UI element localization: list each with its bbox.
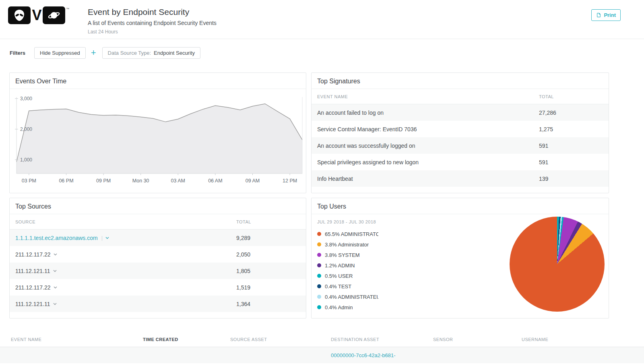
column-header-total[interactable]: TOTAL	[236, 219, 300, 224]
source-cell: 211.12.117.22	[15, 251, 236, 258]
signature-name: Special privileges assigned to new logon	[317, 159, 539, 165]
table-row: 211.12.117.221,519	[10, 279, 306, 296]
legend-color-dot	[317, 274, 321, 278]
source-cell: 111.12.121.11	[15, 268, 236, 274]
source-label: 211.12.117.22	[15, 251, 50, 258]
filter-chip-data-source-type[interactable]: Data Source Type: Endpoint Security	[102, 47, 200, 59]
table-row: Service Control Manager: EventID 70361,2…	[312, 121, 609, 137]
table-row: 00000000-7cc6-42a2-b681-	[0, 347, 644, 363]
svg-text:3,000: 3,000	[20, 96, 32, 101]
svg-text:Mon 30: Mon 30	[132, 178, 149, 184]
chevron-down-icon[interactable]	[54, 286, 57, 289]
signature-total: 1,275	[539, 126, 603, 132]
panel-title: Top Signatures	[312, 73, 609, 89]
filters-bar: Filters Hide Suppressed + Data Source Ty…	[0, 39, 644, 58]
top-sources-rows: 1.1.1.1.test.ec2.amazonaws.com|9,289211.…	[10, 230, 306, 312]
time-range-label: Last 24 Hours	[88, 29, 217, 35]
table-row: 111.12.121.111,364	[10, 296, 306, 312]
table-row: An account failed to log on27,286	[312, 104, 609, 121]
legend-color-dot	[317, 242, 321, 246]
source-total: 1,519	[236, 284, 300, 291]
svg-text:12 PM: 12 PM	[283, 178, 297, 184]
source-cell: 111.12.121.11	[15, 301, 236, 307]
svg-text:03 PM: 03 PM	[22, 178, 36, 184]
column-header-total[interactable]: TOTAL	[539, 94, 603, 99]
column-header-event-name[interactable]: EVENT NAME	[317, 94, 539, 99]
legend-color-dot	[317, 263, 321, 267]
column-header-source[interactable]: SOURCE	[15, 219, 236, 224]
column-header-source-asset[interactable]: SOURCE ASSET	[230, 337, 331, 342]
page-subtitle: A list of Events containing Endpoint Sec…	[88, 20, 217, 26]
legend-label: 0.4% Admin	[325, 304, 353, 310]
filter-chip-value: Endpoint Security	[154, 50, 195, 56]
panel-title: Events Over Time	[10, 73, 306, 89]
panel-events-over-time: Events Over Time 1,0002,0003,00003 PM06 …	[9, 72, 306, 193]
source-cell: 1.1.1.1.test.ec2.amazonaws.com|	[15, 235, 236, 241]
legend-label: 65.5% ADMINISTRATOR	[325, 231, 378, 237]
header: V ™ Event by Endpoint Security A list of…	[0, 0, 644, 39]
page-title: Event by Endpoint Security	[88, 7, 217, 17]
signature-total: 591	[539, 143, 603, 149]
svg-text:06 PM: 06 PM	[59, 178, 73, 184]
table-row: An account was successfully logged on591	[312, 137, 609, 154]
filters-label: Filters	[10, 50, 25, 56]
source-cell: 211.12.117.22	[15, 284, 236, 291]
print-button-label: Print	[604, 12, 616, 18]
legend-label: 3.8% SYSTEM	[325, 252, 360, 258]
svg-text:09 PM: 09 PM	[96, 178, 111, 184]
legend-color-dot	[317, 232, 321, 236]
table-row: 111.12.121.111,805	[10, 263, 306, 279]
column-header-time-created[interactable]: TIME CREATED	[143, 337, 230, 342]
source-label: 211.12.117.22	[15, 284, 50, 291]
title-block: Event by Endpoint Security A list of Eve…	[88, 6, 217, 35]
chevron-down-icon[interactable]	[54, 253, 57, 256]
svg-text:2,000: 2,000	[20, 126, 32, 132]
column-header-sensor[interactable]: SENSOR	[433, 337, 522, 342]
panel-top-users: Top Users JUL 29 2018 - JUL 30 2018 65.5…	[311, 198, 609, 318]
events-over-time-chart[interactable]: 1,0002,0003,00003 PM06 PM09 PMMon 3003 A…	[10, 89, 306, 193]
signature-total: 591	[539, 159, 603, 165]
cell-destination-asset[interactable]: 00000000-7cc6-42a2-b681-	[331, 352, 433, 358]
panel-top-sources: Top Sources SOURCE TOTAL 1.1.1.1.test.ec…	[9, 198, 306, 318]
svg-text:1,000: 1,000	[20, 157, 32, 163]
column-header-username[interactable]: USERNAME	[522, 337, 644, 342]
column-header-destination-asset[interactable]: DESTINATION ASSET	[331, 337, 433, 342]
signature-name: An account failed to log on	[317, 110, 539, 116]
print-button[interactable]: Print	[591, 9, 621, 21]
legend-color-dot	[317, 295, 321, 299]
legend-color-dot	[317, 305, 321, 309]
alien-head-icon	[8, 6, 31, 24]
filter-chip-key: Data Source Type:	[108, 50, 151, 56]
logo-letter-v: V	[31, 6, 43, 24]
panel-title: Top Sources	[10, 198, 306, 214]
table-header: EVENT NAME TOTAL	[312, 89, 609, 104]
add-filter-button[interactable]: +	[91, 48, 96, 57]
planet-icon	[43, 6, 65, 24]
legend-label: 0.5% USER	[325, 273, 353, 279]
filter-chip-hide-suppressed[interactable]: Hide Suppressed	[34, 47, 86, 59]
legend-label: 0.4% TEST	[325, 283, 351, 290]
chevron-down-icon[interactable]	[53, 303, 57, 305]
source-label: 111.12.121.11	[15, 301, 50, 307]
top-users-content: JUL 29 2018 - JUL 30 2018 65.5% ADMINIST…	[312, 214, 609, 318]
table-row: 211.12.117.222,050	[10, 246, 306, 263]
source-link[interactable]: 1.1.1.1.test.ec2.amazonaws.com	[15, 235, 98, 241]
chevron-down-icon[interactable]	[105, 237, 109, 239]
chevron-down-icon[interactable]	[53, 270, 57, 272]
dashboard-page: V ™ Event by Endpoint Security A list of…	[0, 0, 644, 364]
signature-total: 139	[539, 176, 603, 182]
top-users-pie-chart[interactable]	[510, 217, 605, 312]
panels-grid: Events Over Time 1,0002,0003,00003 PM06 …	[9, 72, 609, 318]
legend-color-dot	[317, 284, 321, 288]
legend-label: 3.8% Administrator	[325, 242, 369, 248]
signature-name: An account was successfully logged on	[317, 143, 539, 149]
filter-chip-label: Hide Suppressed	[40, 50, 80, 56]
events-table-header: EVENT NAMETIME CREATEDSOURCE ASSETDESTIN…	[0, 332, 644, 347]
events-table: EVENT NAMETIME CREATEDSOURCE ASSETDESTIN…	[0, 332, 644, 363]
source-total: 1,805	[236, 268, 300, 274]
source-total: 1,364	[236, 301, 300, 307]
legend-color-dot	[317, 253, 321, 257]
separator: |	[101, 235, 103, 241]
signature-total: 27,286	[539, 110, 603, 116]
column-header-event-name[interactable]: EVENT NAME	[11, 337, 143, 342]
